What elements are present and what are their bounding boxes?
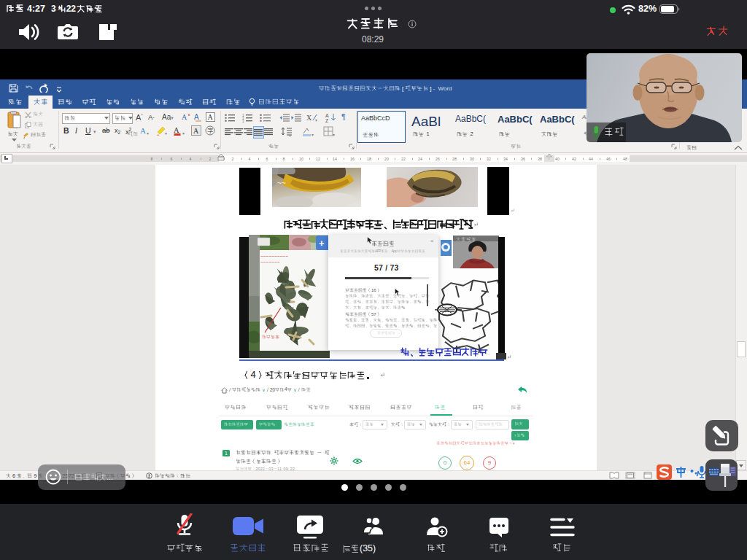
svg-text:▾: ▾: [289, 133, 291, 137]
svg-text:24: 24: [418, 157, 422, 161]
svg-text:Z: Z: [325, 118, 329, 122]
svg-text:×: ×: [513, 441, 515, 446]
svg-text:4: 4: [249, 157, 251, 161]
svg-text:16: 16: [350, 157, 355, 161]
svg-text:A: A: [325, 113, 329, 118]
svg-text:A: A: [193, 127, 199, 135]
svg-text:40: 40: [555, 157, 560, 161]
svg-text:~~~~~~~: ~~~~~~~: [260, 260, 280, 265]
svg-text:2: 2: [209, 157, 212, 161]
svg-text:7: 7: [374, 312, 376, 316]
svg-text:36: 36: [521, 157, 525, 161]
svg-text:38: 38: [538, 157, 542, 161]
svg-text:↑: ↑: [514, 433, 516, 438]
svg-text:6: 6: [171, 157, 173, 161]
svg-text:4: 4: [251, 370, 256, 380]
svg-text:▾: ▾: [315, 118, 317, 122]
svg-text:46: 46: [606, 157, 611, 161]
svg-text:~~~~~~~~~~: ~~~~~~~~~~: [260, 254, 288, 259]
svg-text:A: A: [194, 113, 199, 121]
svg-text:4: 4: [285, 387, 287, 392]
svg-text:A: A: [140, 126, 146, 135]
svg-text:44: 44: [589, 157, 593, 161]
svg-text:▾: ▾: [182, 131, 185, 136]
svg-text:2: 2: [470, 131, 473, 137]
svg-text:▾: ▾: [333, 133, 335, 137]
svg-text:34: 34: [503, 157, 508, 161]
svg-text:▾: ▾: [311, 133, 314, 137]
svg-text:p: p: [393, 249, 395, 253]
svg-text:28: 28: [452, 157, 457, 161]
svg-text:▾: ▾: [147, 131, 149, 136]
svg-text:2: 2: [232, 157, 234, 161]
svg-text:22: 22: [401, 157, 406, 161]
svg-text:+: +: [319, 238, 325, 249]
svg-text:字: 字: [208, 128, 214, 134]
svg-text:A: A: [208, 113, 214, 121]
svg-text:32: 32: [487, 157, 491, 161]
svg-text:42: 42: [572, 157, 576, 161]
svg-text:1: 1: [426, 131, 429, 137]
svg-text:P: P: [379, 249, 381, 253]
svg-text:A: A: [174, 126, 179, 134]
svg-text:X: X: [306, 114, 312, 122]
svg-text:26: 26: [436, 157, 440, 161]
svg-text:8: 8: [283, 157, 285, 161]
svg-text:4: 4: [190, 157, 192, 161]
svg-text:▾: ▾: [165, 131, 167, 136]
svg-text:30: 30: [470, 157, 474, 161]
svg-text:48: 48: [623, 157, 627, 161]
svg-text:6: 6: [374, 288, 376, 292]
svg-text:14: 14: [333, 157, 337, 161]
svg-text:p: p: [395, 249, 398, 253]
svg-text:20: 20: [384, 157, 389, 161]
svg-text:12: 12: [316, 157, 320, 161]
svg-text:6: 6: [266, 157, 268, 161]
svg-text:8: 8: [151, 157, 153, 161]
svg-text:10: 10: [299, 157, 303, 161]
svg-text:18: 18: [367, 157, 371, 161]
svg-text:1: 1: [242, 120, 244, 123]
svg-text:A: A: [182, 113, 187, 121]
